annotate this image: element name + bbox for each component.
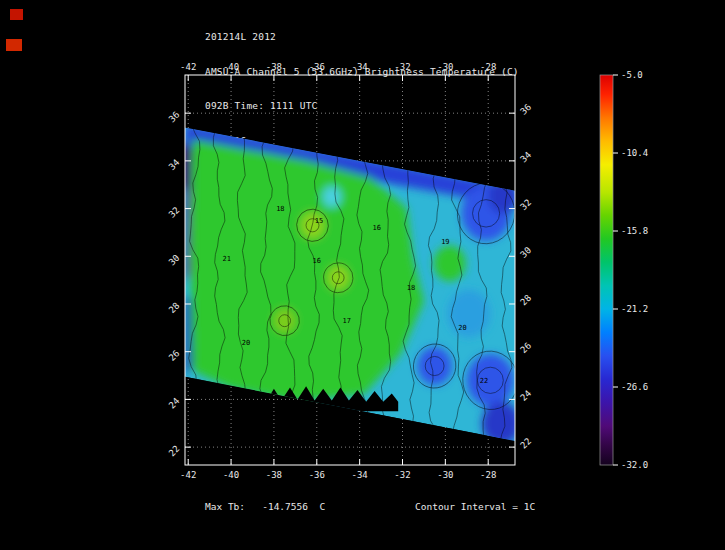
colorbar: -5.0-10.4-15.8-21.2-26.6-32.0 [600,70,648,470]
colorbar-tick-label: -15.8 [621,226,648,236]
lon-tick-label: -34 [352,470,368,480]
svg-text:16: 16 [373,224,381,232]
lat-tick-label: 36 [167,110,182,125]
lon-tick-label: -36 [309,470,325,480]
lon-tick-label: -28 [480,470,496,480]
colorbar-tick-label: -21.2 [621,304,648,314]
lat-tick-label: 24 [167,396,182,411]
svg-text:18: 18 [407,284,415,292]
lon-tick-label: -38 [266,470,282,480]
contour-map: 2120181516171618192022-42-42-40-40-38-38… [0,0,725,550]
colorbar-tick-label: -26.6 [621,382,648,392]
lon-tick-label: -42 [180,470,196,480]
lon-tick-label: -38 [266,62,282,72]
colorbar-tick-label: -10.4 [621,148,648,158]
lat-tick-label: 32 [518,197,533,212]
lat-tick-label: 34 [518,150,533,165]
svg-text:20: 20 [458,324,466,332]
svg-text:17: 17 [343,317,351,325]
colorbar-tick-label: -32.0 [621,460,648,470]
screen: { "header": { "line1": "201214L 2012", "… [0,0,725,550]
lat-tick-label: 26 [167,348,182,363]
lat-tick-label: 36 [518,102,533,117]
svg-text:15: 15 [315,217,323,225]
svg-text:18: 18 [276,205,284,213]
lon-tick-label: -36 [309,62,325,72]
max-tb-label: Max Tb: -14.7556 C [205,501,325,512]
svg-text:22: 22 [480,377,488,385]
colorbar-gradient [600,75,613,465]
lat-tick-label: 28 [167,300,182,315]
lon-tick-label: -32 [394,470,410,480]
lon-tick-label: -40 [223,62,239,72]
lat-tick-label: 24 [518,388,533,403]
lon-tick-label: -28 [480,62,496,72]
svg-text:20: 20 [242,339,250,347]
svg-text:21: 21 [223,255,231,263]
lon-tick-label: -40 [223,470,239,480]
lon-tick-label: -30 [437,62,453,72]
lat-tick-label: 32 [167,205,182,220]
lat-tick-label: 28 [518,293,533,308]
lon-tick-label: -42 [180,62,196,72]
lat-tick-label: 22 [167,444,182,459]
colorbar-tick-label: -5.0 [621,70,643,80]
lon-tick-label: -32 [394,62,410,72]
lat-tick-label: 22 [518,436,533,451]
svg-text:19: 19 [441,238,449,246]
lat-tick-label: 30 [518,245,533,260]
contour-interval-label: Contour Interval = 1C [415,501,535,512]
lon-tick-label: -30 [437,470,453,480]
lat-tick-label: 30 [167,253,182,268]
lat-tick-label: 34 [167,157,182,172]
svg-text:16: 16 [313,257,321,265]
lat-tick-label: 26 [518,340,533,355]
lon-tick-label: -34 [352,62,368,72]
